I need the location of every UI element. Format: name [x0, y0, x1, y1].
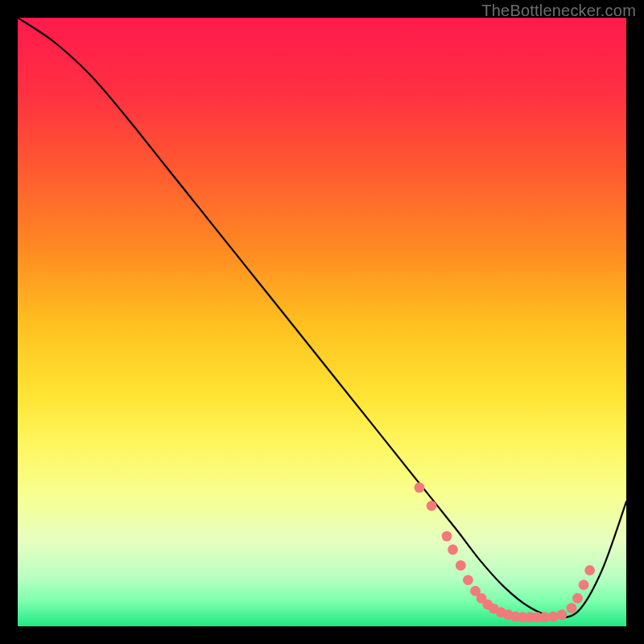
highlight-dot: [463, 575, 473, 585]
chart-stage: TheBottlenecker.com: [0, 0, 644, 644]
highlight-dot: [579, 580, 589, 590]
chart-plot-area: [18, 18, 626, 626]
highlight-dot: [572, 593, 583, 604]
highlight-dot: [448, 544, 458, 555]
highlight-dot: [567, 603, 577, 613]
highlight-dot: [456, 560, 466, 571]
chart-background: [18, 18, 626, 626]
chart-svg: [18, 18, 626, 626]
highlight-dot: [427, 501, 437, 511]
highlight-dot: [415, 482, 425, 493]
watermark-text: TheBottlenecker.com: [481, 2, 636, 20]
highlight-dot: [548, 612, 559, 622]
highlight-dot: [442, 531, 452, 542]
highlight-dot: [584, 565, 595, 576]
highlight-dot: [556, 609, 567, 620]
